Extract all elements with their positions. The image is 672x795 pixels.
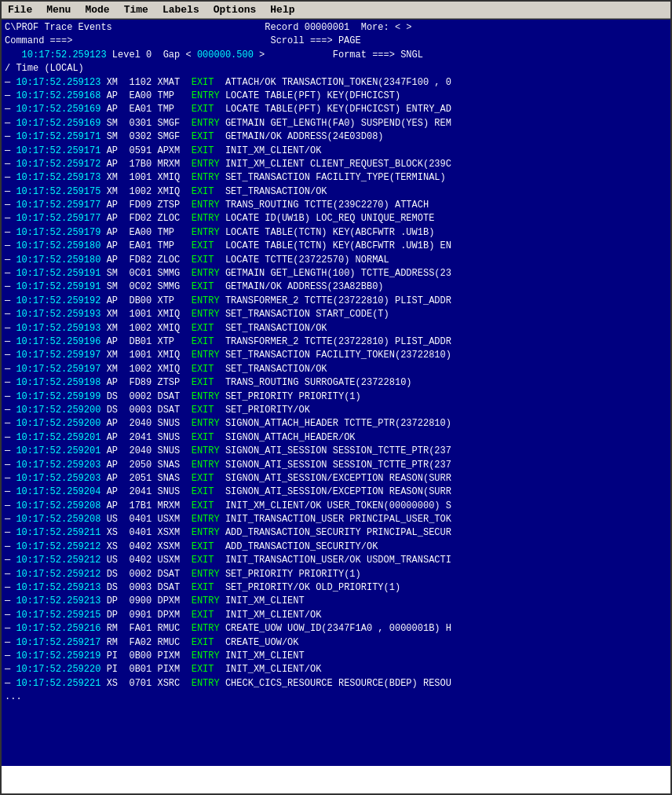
line-desc: CREATE_UOW/OK bbox=[225, 637, 299, 648]
menu-options[interactable]: Options bbox=[214, 4, 257, 16]
content-pre: C\PROF Trace Events Record 00000001 More… bbox=[5, 21, 667, 76]
trace-line: — 10:17:52.259171 AP 0591 APXM EXIT INIT… bbox=[5, 145, 667, 158]
line-c2: SMMG bbox=[152, 268, 185, 279]
line-dash: — bbox=[5, 678, 16, 689]
line-c2: SMGF bbox=[152, 118, 185, 129]
line-desc: GETMAIN/OK ADDRESS(24E03D08) bbox=[225, 131, 384, 142]
line-action: ENTRY bbox=[185, 268, 225, 279]
record-label: Record bbox=[265, 22, 298, 33]
line-desc: SET_PRIORITY PRIORITY(1) bbox=[225, 391, 361, 402]
trace-line: — 10:17:52.259212 US 0402 USXM EXIT INIT… bbox=[5, 554, 667, 567]
menu-labels[interactable]: Labels bbox=[163, 4, 199, 16]
line-mod: AP bbox=[100, 377, 123, 388]
line-dash: — bbox=[5, 186, 16, 197]
line-action: EXIT bbox=[185, 582, 225, 593]
line-ts: 10:17:52.259198 bbox=[16, 377, 100, 388]
line-action: ENTRY bbox=[185, 90, 225, 101]
command-prompt[interactable]: Command ===> bbox=[5, 35, 72, 46]
line-dash: — bbox=[5, 350, 16, 361]
line-mod: DS bbox=[100, 405, 123, 416]
trace-line: — 10:17:52.259193 XM 1002 XMIQ EXIT SET_… bbox=[5, 322, 667, 335]
line-c1: 0401 bbox=[123, 514, 152, 525]
line-c2: SNUS bbox=[152, 445, 185, 456]
trace-line: — 10:17:52.259216 RM FA01 RMUC ENTRY CRE… bbox=[5, 622, 667, 636]
menu-menu[interactable]: Menu bbox=[46, 4, 71, 16]
line-desc: ATTACH/OK TRANSACTION_TOKEN(2347F100 , 0 bbox=[225, 77, 451, 88]
line-dash: — bbox=[5, 213, 16, 224]
line-dash: — bbox=[5, 582, 16, 593]
trace-line: — 10:17:52.259213 DS 0003 DSAT EXIT SET_… bbox=[5, 581, 667, 595]
trace-line: — 10:17:52.259193 XM 1001 XMIQ ENTRY SET… bbox=[5, 308, 667, 321]
line-c1: 0B00 bbox=[123, 650, 152, 661]
line-action: EXIT bbox=[185, 473, 225, 484]
line-dash: — bbox=[5, 255, 16, 266]
trace-line: — 10:17:52.259212 DS 0002 DSAT ENTRY SET… bbox=[5, 568, 667, 581]
line-desc: LOCATE TABLE(TCTN) KEY(ABCFWTR .UW1B) EN bbox=[225, 240, 451, 251]
line-c2: TMP bbox=[152, 90, 185, 101]
trace-line: — 10:17:52.259172 AP 17B0 MRXM ENTRY INI… bbox=[5, 158, 667, 171]
line-action: ENTRY bbox=[185, 391, 225, 402]
line-dash: — bbox=[5, 595, 16, 606]
line-c2: APXM bbox=[152, 145, 185, 156]
menu-mode[interactable]: Mode bbox=[85, 4, 109, 16]
trace-line: — 10:17:52.259173 XM 1001 XMIQ ENTRY SET… bbox=[5, 171, 667, 185]
line-desc: LOCATE TCTTE(23722570) NORMAL bbox=[225, 255, 389, 266]
line-c2: ZLOC bbox=[152, 213, 185, 224]
menu-help[interactable]: Help bbox=[270, 4, 294, 16]
line-mod: DP bbox=[100, 595, 123, 606]
line-ts: 10:17:52.259169 bbox=[16, 118, 100, 129]
line-dash: — bbox=[5, 295, 16, 306]
line-dash: — bbox=[5, 323, 16, 334]
trace-line: — 10:17:52.259204 AP 2041 SNUS EXIT SIGN… bbox=[5, 485, 667, 499]
line-c1: EA01 bbox=[123, 104, 152, 115]
menu-file[interactable]: File bbox=[8, 4, 32, 16]
line-desc: INIT_TRANSACTION_USER/OK USDOM_TRANSACTI bbox=[225, 555, 451, 566]
line-desc: LOCATE ID(UW1B) LOC_REQ UNIQUE_REMOTE bbox=[225, 213, 434, 224]
trace-line: — 10:17:52.259217 RM FA02 RMUC EXIT CREA… bbox=[5, 636, 667, 650]
menu-time[interactable]: Time bbox=[124, 4, 148, 16]
line-c2: RMUC bbox=[152, 623, 185, 634]
trace-line: — 10:17:52.259215 DP 0901 DPXM EXIT INIT… bbox=[5, 609, 667, 622]
line-mod: AP bbox=[100, 240, 123, 251]
trace-line: — 10:17:52.259123 XM 1102 XMAT EXIT ATTA… bbox=[5, 76, 667, 90]
line-dash: — bbox=[5, 281, 16, 292]
line-c1: 0002 bbox=[123, 569, 152, 580]
line-c2: USXM bbox=[152, 555, 185, 566]
line-action: EXIT bbox=[185, 541, 225, 552]
line-mod: XS bbox=[100, 527, 123, 538]
line-ts: 10:17:52.259175 bbox=[16, 186, 100, 197]
trace-line: — 10:17:52.259213 DP 0900 DPXM ENTRY INI… bbox=[5, 595, 667, 608]
line-action: EXIT bbox=[185, 500, 225, 511]
line-dash: — bbox=[5, 650, 16, 661]
line-dash: — bbox=[5, 610, 16, 621]
line-c2: XMIQ bbox=[152, 323, 185, 334]
line-desc: INIT_XM_CLIENT/OK USER_TOKEN(00000000) S bbox=[225, 500, 451, 511]
line-c1: 1001 bbox=[123, 309, 152, 320]
gap-value: 000000.500 bbox=[197, 49, 254, 60]
line-dash: — bbox=[5, 77, 16, 88]
line-mod: AP bbox=[100, 460, 123, 471]
line-ts: 10:17:52.259200 bbox=[16, 405, 100, 416]
line-mod: AP bbox=[100, 295, 123, 306]
line-dash: — bbox=[5, 336, 16, 347]
line-c2: XTP bbox=[152, 295, 185, 306]
line-desc: SIGNON_ATTACH_HEADER/OK bbox=[225, 432, 356, 443]
line-action: EXIT bbox=[185, 555, 225, 566]
line-ts: 10:17:52.259169 bbox=[16, 104, 100, 115]
line-ts: 10:17:52.259191 bbox=[16, 268, 100, 279]
line-mod: AP bbox=[100, 336, 123, 347]
line-desc: SET_TRANSACTION START_CODE(T) bbox=[225, 309, 389, 320]
line-mod: XM bbox=[100, 323, 123, 334]
line-c1: DB00 bbox=[123, 295, 152, 306]
line-action: EXIT bbox=[185, 405, 225, 416]
line-c2: PIXM bbox=[152, 650, 185, 661]
trace-content: C\PROF Trace Events Record 00000001 More… bbox=[2, 20, 670, 766]
line-ts: 10:17:52.259203 bbox=[16, 473, 100, 484]
line-ts: 10:17:52.259211 bbox=[16, 527, 100, 538]
line-action: ENTRY bbox=[185, 159, 225, 170]
line-action: EXIT bbox=[185, 432, 225, 443]
time-value: 10:17:52.259123 bbox=[22, 49, 107, 60]
line-action: EXIT bbox=[185, 336, 225, 347]
trace-line: — 10:17:52.259196 AP DB01 XTP EXIT TRANS… bbox=[5, 335, 667, 349]
line-dash: — bbox=[5, 418, 16, 429]
